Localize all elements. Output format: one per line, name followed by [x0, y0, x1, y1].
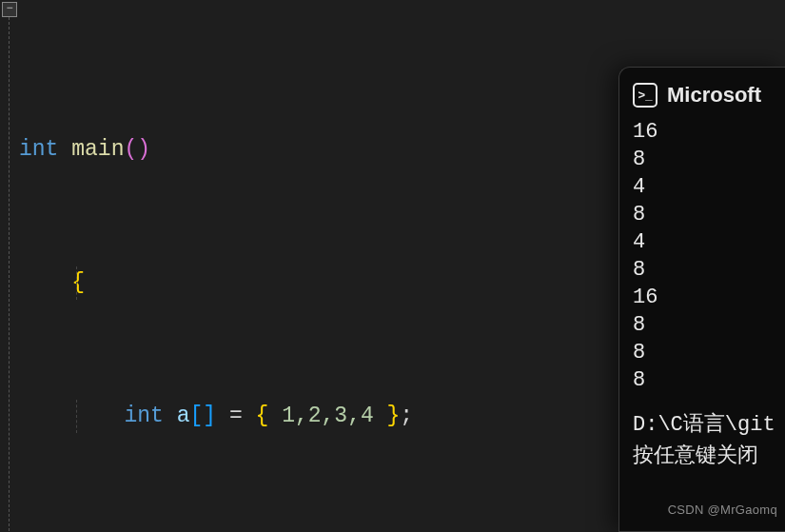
terminal-icon: >_	[633, 83, 657, 108]
terminal-path: D:\C语言\git	[633, 411, 785, 439]
output-line: 4	[633, 173, 785, 201]
terminal-prompt: 按任意键关闭	[633, 443, 785, 470]
output-line: 8	[633, 146, 785, 173]
output-line: 16	[633, 118, 785, 146]
output-line: 8	[633, 366, 785, 394]
output-line: 8	[633, 256, 785, 284]
terminal-output: 16 8 4 8 4 8 16 8 8 8	[633, 118, 785, 394]
terminal-window[interactable]: >_ Microsoft 16 8 4 8 4 8 16 8 8 8 D:\C语…	[618, 67, 785, 532]
output-line: 8	[633, 339, 785, 366]
watermark-text: CSDN @MrGaomq	[668, 493, 777, 526]
output-line: 4	[633, 228, 785, 256]
output-line: 8	[633, 201, 785, 228]
output-line: 8	[633, 311, 785, 339]
terminal-title: Microsoft	[667, 81, 761, 108]
collapse-toggle[interactable]: −	[2, 2, 17, 17]
terminal-titlebar: >_ Microsoft	[633, 81, 785, 108]
output-line: 16	[633, 284, 785, 311]
